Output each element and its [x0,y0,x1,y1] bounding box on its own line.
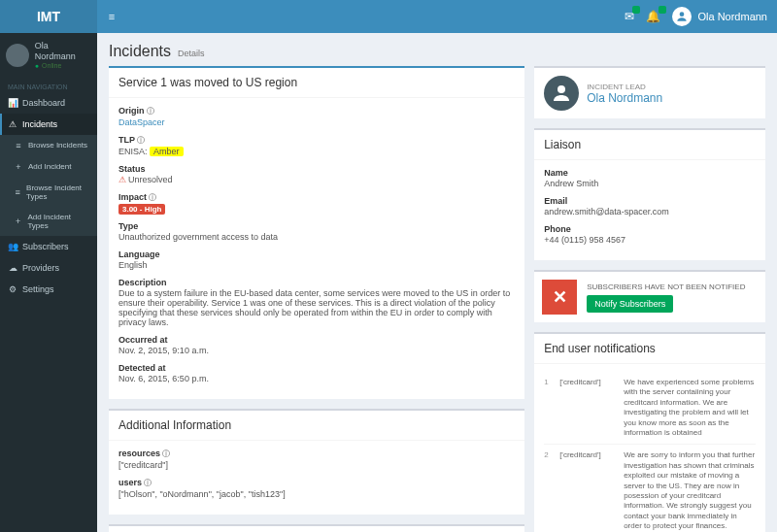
nav-label: Browse Incidents [28,141,87,150]
svg-point-0 [680,12,685,17]
notifications-title: End user notifications [544,342,756,355]
info-icon[interactable]: ⓘ [149,193,156,202]
nav-label: Add Incident Types [27,213,89,230]
topbar: IMT ≡ ✉ 🔔 Ola Nordmann [0,0,777,33]
sidebar: Ola Nordmann Online MAIN NAVIGATION 📊Das… [0,33,97,532]
status-label: Status [118,164,515,174]
lead-role: INCIDENT LEAD [587,83,662,91]
incident-box: Service 1 was moved to US region Originⓘ… [109,66,524,399]
incident-title: Service 1 was moved to US region [118,76,515,89]
impact-value: 3.00 - High [118,204,165,215]
users-value: ["hOlson", "oNordmann", "jacob", "tish12… [118,489,515,499]
language-value: English [118,260,515,270]
origin-value[interactable]: DataSpacer [118,117,515,127]
origin-label: Origin [118,106,145,116]
additional-title: Additional Information [118,418,515,432]
notify-subscribers-button[interactable]: Notify Subscribers [587,295,673,313]
notification-row: 1['creditcard']We have experienced some … [544,372,756,445]
status-value: Unresolved [128,175,173,184]
language-label: Language [118,249,515,259]
nav-icon: + [14,162,23,172]
nav-label: Settings [22,284,54,294]
liaison-phone-label: Phone [544,224,756,234]
avatar [6,44,29,67]
notif-tag: ['creditcard'] [559,378,618,438]
info-icon[interactable]: ⓘ [137,136,145,145]
nav-icon: ≡ [14,141,23,150]
logo[interactable]: IMT [0,0,97,33]
type-value: Unauthorized government access to data [118,232,515,242]
notif-num: 1 [544,378,554,438]
info-icon[interactable]: ⓘ [144,479,152,487]
nav-icon: 📊 [8,98,17,108]
lead-name[interactable]: Ola Nordmann [587,91,662,105]
detected-value: Nov. 6, 2015, 6:50 p.m. [118,374,515,383]
nav-label: Dashboard [22,98,65,108]
notif-msg: We are sorry to inform you that further … [624,450,756,531]
incident-lead-box: INCIDENT LEAD Ola Nordmann [534,66,765,118]
nav-label: Add Incident [28,162,71,171]
info-icon[interactable]: ⓘ [162,449,170,458]
nav-icon: ⚠ [8,119,17,129]
page-header: Incidents Details [97,33,777,66]
nav-item-browse-incident-types[interactable]: ≡Browse Incident Types [0,178,97,207]
notification-row: 2['creditcard']We are sorry to inform yo… [544,445,756,532]
nav-item-browse-incidents[interactable]: ≡Browse Incidents [0,135,97,156]
page-title: Incidents [109,43,171,59]
end-user-notifications-box: End user notifications 1['creditcard']We… [534,332,765,532]
nav-item-incidents[interactable]: ⚠Incidents [0,114,97,135]
users-label: users [118,478,142,487]
resources-value: ["creditcard"] [118,460,515,470]
nav-icon: + [14,216,22,226]
occurred-value: Nov. 2, 2015, 9:10 a.m. [118,346,515,355]
liaison-title: Liaison [544,138,756,151]
occurred-label: Occurred at [118,335,515,345]
liaison-name-value: Andrew Smith [544,179,756,188]
nav-item-subscribers[interactable]: 👥Subscribers [0,236,97,257]
user-menu[interactable]: Ola Nordmann [672,7,767,26]
topbar-username: Ola Nordmann [697,11,767,22]
user-status: Online [35,62,91,70]
user-panel: Ola Nordmann Online [0,33,97,78]
tlp-label: TLP [118,135,135,145]
notify-text: SUBSCRIBERS HAVE NOT BEEN NOTIFIED [587,283,745,291]
notif-tag: ['creditcard'] [559,450,618,531]
nav-label: Incidents [22,119,57,129]
liaison-box: Liaison NameAndrew Smith Emailandrew.smi… [534,128,765,260]
nav-item-add-incident[interactable]: +Add Incident [0,156,97,178]
nav-item-settings[interactable]: ⚙Settings [0,279,97,300]
avatar [672,7,692,26]
notif-num: 2 [544,450,554,531]
nav-icon: ⚙ [8,284,17,294]
nav-item-dashboard[interactable]: 📊Dashboard [0,92,97,114]
user-name: Ola Nordmann [35,41,91,62]
nav-icon: ≡ [14,187,21,197]
nav-icon: ☁ [8,263,17,273]
nav-item-add-incident-types[interactable]: +Add Incident Types [0,207,97,236]
nav-label: Subscribers [22,242,69,251]
tlp-prefix: ENISA: [118,147,148,156]
description-value: Due to a system failure in the EU-based … [118,288,515,327]
impact-label: Impact [118,192,147,202]
info-icon[interactable]: ⓘ [147,107,154,116]
additional-info-box: Additional Information resourcesⓘ ["cred… [109,409,524,515]
resources-label: resources [118,449,160,458]
nav-label: Providers [22,263,59,273]
warning-icon: ⚠ [118,175,126,184]
nav-icon: 👥 [8,242,17,251]
liaison-email-value: andrew.smith@data-spacer.com [544,207,756,216]
nav-label: Browse Incident Types [26,183,89,201]
notify-box: ✕ SUBSCRIBERS HAVE NOT BEEN NOTIFIED Not… [534,270,765,322]
attachments-box: Attachments This incident has no attache… [109,524,524,532]
detected-label: Detected at [118,363,515,373]
liaison-name-label: Name [544,168,756,178]
nav-header: MAIN NAVIGATION [0,78,97,92]
liaison-email-label: Email [544,196,756,206]
description-label: Description [118,278,515,287]
page-subtitle: Details [178,49,205,58]
avatar [544,76,579,111]
notifications-icon[interactable]: 🔔 [646,10,660,23]
messages-icon[interactable]: ✉ [625,10,634,23]
nav-item-providers[interactable]: ☁Providers [0,257,97,279]
sidebar-toggle[interactable]: ≡ [97,0,126,33]
